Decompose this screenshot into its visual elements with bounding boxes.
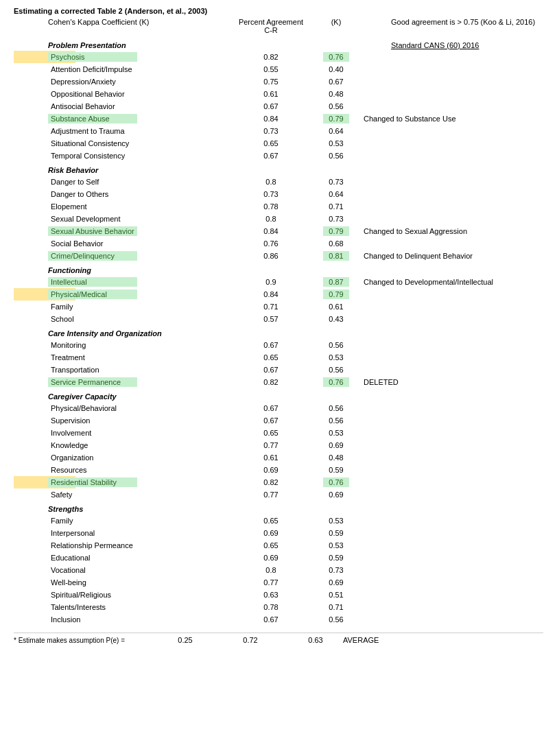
category-header-5: Strengths	[14, 501, 543, 515]
page-title: Estimating a corrected Table 2 (Anderson…	[14, 7, 543, 15]
row-note: Changed to Developmental/Intellectual	[357, 278, 543, 286]
k-value: 0.79	[316, 290, 357, 299]
row-label: Vocational	[48, 566, 226, 574]
categories-container: Problem PresentationStandard CANS (60) 2…	[14, 37, 543, 626]
category-header-0: Problem PresentationStandard CANS (60) 2…	[14, 37, 543, 51]
row-label: Organization	[48, 453, 226, 462]
k-highlighted: 0.79	[323, 114, 348, 123]
standard-cans-label: Standard CANS (60) 2016	[357, 41, 543, 49]
highlighted-label: Residential Stability	[48, 477, 137, 487]
k-value: 0.68	[316, 239, 357, 248]
row-note: DELETED	[357, 378, 543, 386]
percent-header: Percent Agreement	[226, 18, 316, 26]
table-row: School0.570.43	[14, 313, 543, 325]
percent-value: 0.65	[226, 429, 316, 437]
percent-value: 0.69	[226, 529, 316, 537]
table-row: Knowledge0.770.69	[14, 439, 543, 451]
row-label: Transportation	[48, 366, 226, 374]
percent-value: 0.65	[226, 139, 316, 147]
k-value: 0.71	[316, 603, 357, 611]
cr-header: C-R	[226, 26, 316, 34]
percent-value: 0.65	[226, 353, 316, 362]
table-row: Danger to Others0.730.64	[14, 188, 543, 200]
k-value: 0.69	[316, 491, 357, 499]
table-row: Monitoring0.670.56	[14, 339, 543, 351]
k-highlighted: 0.81	[323, 251, 348, 261]
percent-value: 0.9	[226, 278, 316, 286]
footer-row: * Estimate makes assumption P(e) = 0.25 …	[14, 633, 543, 644]
table-row: Relationship Permeance0.650.53	[14, 539, 543, 552]
category-header-2: Functioning	[14, 262, 543, 276]
table-row: Service Permanence0.820.76DELETED	[14, 376, 543, 388]
table-row: Elopement0.780.71	[14, 200, 543, 213]
row-label: Resources	[48, 466, 226, 474]
table-row: Supervision0.670.56	[14, 414, 543, 427]
category-header-1: Risk Behavior	[14, 162, 543, 176]
k-value: 0.53	[316, 429, 357, 437]
highlighted-label: Sexual Abusive Behavior	[48, 226, 137, 236]
row-label: Talents/Interests	[48, 603, 226, 611]
footer-pe: 0.25	[165, 636, 206, 644]
k-value: 0.69	[316, 578, 357, 587]
percent-value: 0.67	[226, 404, 316, 412]
k-highlighted: 0.79	[323, 290, 348, 299]
k-highlighted: 0.87	[323, 277, 348, 287]
k-value: 0.76	[316, 52, 357, 62]
percent-value: 0.67	[226, 152, 316, 160]
table-row: Resources0.690.59	[14, 464, 543, 476]
percent-value: 0.55	[226, 65, 316, 73]
table-row: Inclusion0.670.56	[14, 613, 543, 626]
row-label: Family	[48, 303, 226, 311]
category-title-1: Risk Behavior	[48, 166, 226, 174]
row-label: Depression/Anxiety	[48, 78, 226, 86]
k-value: 0.56	[316, 615, 357, 624]
percent-value: 0.61	[226, 453, 316, 462]
table-row: Adjustment to Trauma0.730.64	[14, 125, 543, 137]
row-label: Inclusion	[48, 615, 226, 624]
percent-value: 0.61	[226, 90, 316, 98]
k-value: 0.59	[316, 529, 357, 537]
percent-value: 0.73	[226, 127, 316, 135]
k-highlighted: 0.79	[323, 226, 348, 236]
table-row: Treatment0.650.53	[14, 351, 543, 364]
footer-avg-val: 0.72	[206, 636, 295, 644]
row-label: Adjustment to Trauma	[48, 127, 226, 135]
row-label: Educational	[48, 554, 226, 562]
k-value: 0.73	[316, 566, 357, 574]
k-value: 0.51	[316, 591, 357, 599]
row-label: Substance Abuse	[48, 114, 226, 123]
row-note: Changed to Sexual Aggression	[357, 227, 543, 235]
k-value: 0.67	[316, 78, 357, 86]
percent-value: 0.78	[226, 202, 316, 211]
table-row: Family0.650.53	[14, 515, 543, 527]
row-label: Danger to Others	[48, 190, 226, 198]
row-label: Situational Consistency	[48, 139, 226, 147]
table-row: Interpersonal0.690.59	[14, 527, 543, 539]
percent-value: 0.84	[226, 290, 316, 298]
row-label: Danger to Self	[48, 178, 226, 186]
percent-value: 0.65	[226, 541, 316, 550]
percent-value: 0.67	[226, 615, 316, 624]
k-value: 0.81	[316, 251, 357, 261]
row-label: Safety	[48, 491, 226, 499]
highlighted-label: Crime/Delinquency	[48, 251, 137, 261]
percent-value: 0.71	[226, 303, 316, 311]
footer-avg-k: 0.63	[295, 636, 336, 644]
row-label: Well-being	[48, 578, 226, 587]
table-row: Sexual Development0.80.73	[14, 213, 543, 225]
k-highlighted: 0.76	[323, 477, 348, 487]
percent-value: 0.69	[226, 554, 316, 562]
highlighted-label: Service Permanence	[48, 377, 137, 387]
percent-value: 0.67	[226, 416, 316, 425]
k-value: 0.64	[316, 127, 357, 135]
row-note: Changed to Delinquent Behavior	[357, 252, 543, 260]
row-label: Interpersonal	[48, 529, 226, 537]
table-row: Sexual Abusive Behavior0.840.79Changed t…	[14, 225, 543, 237]
table-row: Oppositional Behavior0.610.48	[14, 88, 543, 100]
percent-value: 0.67	[226, 366, 316, 374]
k-value: 0.56	[316, 416, 357, 425]
k-value: 0.79	[316, 226, 357, 236]
percent-value: 0.65	[226, 517, 316, 525]
percent-value: 0.78	[226, 603, 316, 611]
k-value: 0.59	[316, 554, 357, 562]
